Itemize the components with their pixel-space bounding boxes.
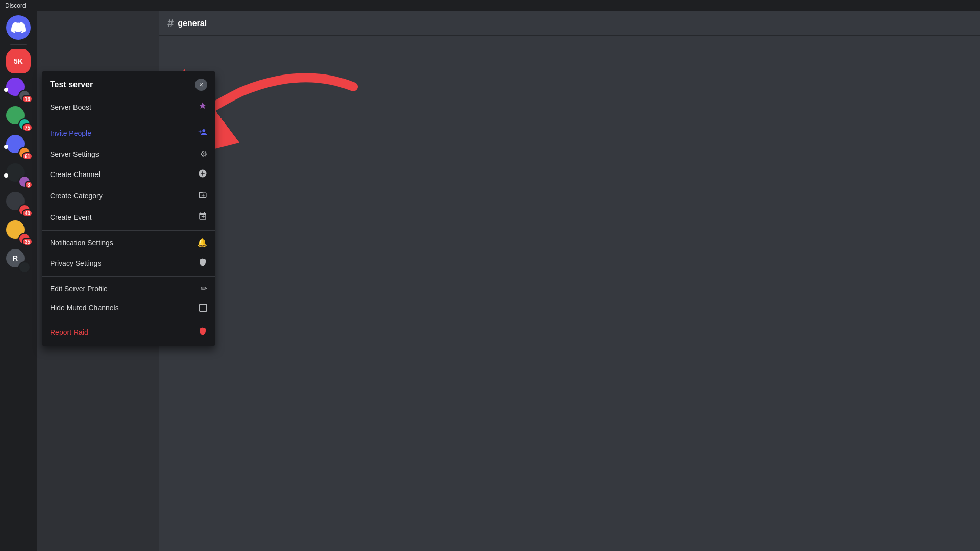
sidebar-item-server-ad[interactable]: 16 (6, 78, 31, 102)
create-category-label: Create Category (50, 192, 103, 200)
menu-item-create-category[interactable]: Create Category (42, 185, 215, 207)
menu-close-button[interactable]: × (195, 79, 207, 91)
edit-icon: ✏ (201, 284, 207, 293)
online-dot (4, 145, 8, 149)
menu-divider-3 (42, 276, 215, 277)
menu-divider-1 (42, 120, 215, 120)
sidebar-item-server-5[interactable]: 3 (6, 163, 31, 188)
menu-item-privacy-settings[interactable]: Privacy Settings (42, 253, 215, 274)
settings-icon: ⚙ (200, 149, 207, 159)
invite-people-label: Invite People (50, 129, 91, 137)
notification-badge-16: 16 (22, 95, 33, 103)
online-dot (4, 173, 8, 178)
sidebar-divider (10, 44, 27, 45)
report-raid-label: Report Raid (50, 328, 88, 336)
menu-header: Test server × (42, 74, 215, 96)
create-channel-label: Create Channel (50, 170, 100, 179)
notification-badge-35: 35 (22, 238, 33, 246)
title-bar: Discord (0, 0, 980, 11)
report-raid-icon (198, 327, 207, 338)
checkbox-icon (199, 304, 207, 312)
sidebar-item-server-3[interactable]: 75 (6, 106, 31, 131)
menu-item-invite-people[interactable]: Invite People (42, 122, 215, 144)
discord-home-button[interactable] (6, 15, 31, 40)
menu-item-server-boost[interactable]: Server Boost (42, 96, 215, 118)
server-boost-label: Server Boost (50, 103, 91, 111)
close-icon: × (199, 81, 203, 89)
sidebar-item-server-r[interactable]: R (6, 249, 31, 273)
app-title: Discord (5, 2, 26, 9)
server-context-menu: Test server × Server Boost Invite People (42, 71, 215, 346)
edit-server-profile-label: Edit Server Profile (50, 285, 108, 293)
app-layout: 5K 16 75 61 3 (0, 11, 980, 551)
notification-badge-3: 3 (24, 181, 33, 189)
menu-item-notification-settings[interactable]: Notification Settings 🔔 (42, 233, 215, 253)
channel-panel: Test server × Server Boost Invite People (37, 11, 159, 551)
menu-divider-4 (42, 319, 215, 319)
menu-item-hide-muted-channels[interactable]: Hide Muted Channels (42, 298, 215, 317)
notification-settings-label: Notification Settings (50, 239, 113, 247)
boost-icon (198, 102, 207, 113)
notification-badge-61: 61 (22, 152, 33, 160)
create-channel-icon (198, 169, 207, 180)
server-sidebar: 5K 16 75 61 3 (0, 11, 37, 551)
create-event-icon (198, 212, 207, 223)
avatar-sub (18, 261, 31, 273)
menu-item-report-raid[interactable]: Report Raid (42, 321, 215, 343)
menu-item-edit-server-profile[interactable]: Edit Server Profile ✏ (42, 279, 215, 298)
server-5k-label: 5K (14, 57, 23, 65)
channel-hash-icon: # (167, 17, 174, 30)
channel-name: general (178, 19, 207, 28)
menu-item-create-event[interactable]: Create Event (42, 207, 215, 228)
menu-divider-2 (42, 230, 215, 231)
sidebar-item-5k-server[interactable]: 5K (6, 49, 31, 73)
invite-icon (198, 128, 207, 139)
server-r-label: R (13, 254, 18, 262)
notification-badge-40: 40 (22, 209, 33, 217)
sidebar-item-server-mb[interactable]: 61 (6, 135, 31, 159)
discord-logo-icon (11, 20, 26, 35)
server-settings-label: Server Settings (50, 150, 99, 158)
notification-badge-75: 75 (22, 123, 33, 132)
online-dot (4, 88, 8, 92)
hide-muted-channels-label: Hide Muted Channels (50, 304, 119, 312)
sidebar-item-server-6[interactable]: 40 (6, 192, 31, 216)
channel-header: # general (159, 11, 980, 36)
menu-server-name: Test server (50, 80, 93, 89)
content-area (159, 36, 980, 551)
notification-icon: 🔔 (197, 238, 207, 247)
menu-item-server-settings[interactable]: Server Settings ⚙ (42, 144, 215, 164)
sidebar-item-server-7[interactable]: 35 (6, 220, 31, 245)
privacy-settings-label: Privacy Settings (50, 259, 101, 267)
create-category-icon (198, 190, 207, 202)
menu-item-create-channel[interactable]: Create Channel (42, 164, 215, 185)
create-event-label: Create Event (50, 213, 92, 221)
main-content: # general (159, 11, 980, 551)
privacy-icon (198, 258, 207, 269)
